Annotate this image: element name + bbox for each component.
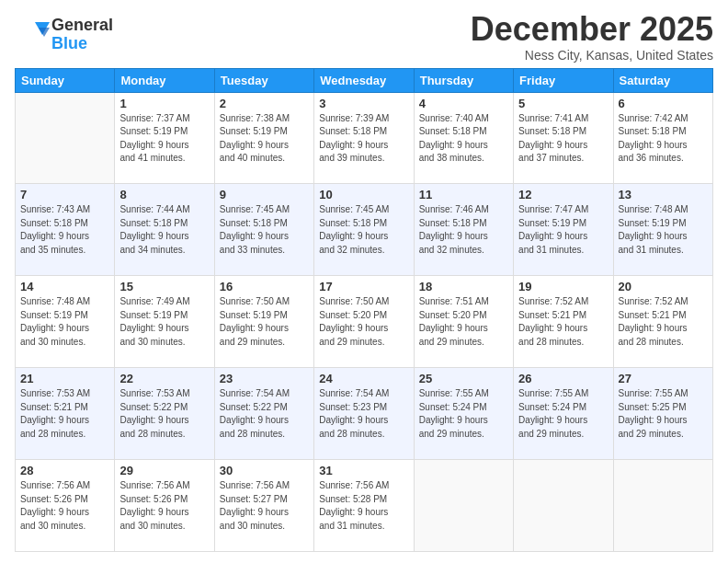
table-row: 23Sunrise: 7:54 AM Sunset: 5:22 PM Dayli… bbox=[214, 368, 313, 460]
day-number: 11 bbox=[419, 188, 508, 201]
calendar-week-row: 21Sunrise: 7:53 AM Sunset: 5:21 PM Dayli… bbox=[16, 368, 713, 460]
day-info: Sunrise: 7:54 AM Sunset: 5:23 PM Dayligh… bbox=[319, 387, 408, 441]
day-info: Sunrise: 7:41 AM Sunset: 5:18 PM Dayligh… bbox=[518, 112, 608, 166]
day-info: Sunrise: 7:45 AM Sunset: 5:18 PM Dayligh… bbox=[220, 203, 309, 257]
table-row: 24Sunrise: 7:54 AM Sunset: 5:23 PM Dayli… bbox=[314, 368, 414, 460]
table-row bbox=[414, 460, 513, 552]
table-row: 31Sunrise: 7:56 AM Sunset: 5:28 PM Dayli… bbox=[314, 460, 414, 552]
table-row: 11Sunrise: 7:46 AM Sunset: 5:18 PM Dayli… bbox=[414, 184, 513, 276]
day-info: Sunrise: 7:42 AM Sunset: 5:18 PM Dayligh… bbox=[619, 112, 708, 166]
day-info: Sunrise: 7:53 AM Sunset: 5:21 PM Dayligh… bbox=[20, 387, 109, 441]
day-number: 6 bbox=[619, 97, 708, 110]
header: General Blue December 2025 Ness City, Ka… bbox=[15, 11, 713, 63]
table-row: 6Sunrise: 7:42 AM Sunset: 5:18 PM Daylig… bbox=[613, 92, 712, 184]
col-saturday: Saturday bbox=[613, 68, 712, 92]
table-row: 3Sunrise: 7:39 AM Sunset: 5:18 PM Daylig… bbox=[314, 92, 414, 184]
day-info: Sunrise: 7:56 AM Sunset: 5:27 PM Dayligh… bbox=[220, 479, 309, 533]
table-row: 12Sunrise: 7:47 AM Sunset: 5:19 PM Dayli… bbox=[514, 184, 613, 276]
svg-marker-1 bbox=[39, 28, 50, 37]
table-row: 10Sunrise: 7:45 AM Sunset: 5:18 PM Dayli… bbox=[314, 184, 414, 276]
calendar-header-row: Sunday Monday Tuesday Wednesday Thursday… bbox=[16, 68, 713, 92]
col-wednesday: Wednesday bbox=[314, 68, 414, 92]
day-info: Sunrise: 7:44 AM Sunset: 5:18 PM Dayligh… bbox=[119, 203, 209, 257]
day-number: 31 bbox=[319, 464, 408, 477]
table-row: 1Sunrise: 7:37 AM Sunset: 5:19 PM Daylig… bbox=[115, 92, 214, 184]
day-number: 2 bbox=[220, 97, 309, 110]
calendar-week-row: 7Sunrise: 7:43 AM Sunset: 5:18 PM Daylig… bbox=[16, 184, 713, 276]
table-row: 26Sunrise: 7:55 AM Sunset: 5:24 PM Dayli… bbox=[514, 368, 613, 460]
day-info: Sunrise: 7:40 AM Sunset: 5:18 PM Dayligh… bbox=[419, 112, 508, 166]
table-row: 5Sunrise: 7:41 AM Sunset: 5:18 PM Daylig… bbox=[514, 92, 613, 184]
table-row: 19Sunrise: 7:52 AM Sunset: 5:21 PM Dayli… bbox=[514, 276, 613, 368]
day-info: Sunrise: 7:47 AM Sunset: 5:19 PM Dayligh… bbox=[518, 203, 608, 257]
col-thursday: Thursday bbox=[414, 68, 513, 92]
logo-icon bbox=[15, 15, 51, 55]
table-row: 18Sunrise: 7:51 AM Sunset: 5:20 PM Dayli… bbox=[414, 276, 513, 368]
day-info: Sunrise: 7:56 AM Sunset: 5:26 PM Dayligh… bbox=[119, 479, 209, 533]
day-number: 30 bbox=[220, 464, 309, 477]
table-row: 25Sunrise: 7:55 AM Sunset: 5:24 PM Dayli… bbox=[414, 368, 513, 460]
day-number: 21 bbox=[20, 372, 109, 385]
day-info: Sunrise: 7:38 AM Sunset: 5:19 PM Dayligh… bbox=[220, 112, 309, 166]
day-info: Sunrise: 7:48 AM Sunset: 5:19 PM Dayligh… bbox=[20, 295, 109, 349]
day-info: Sunrise: 7:53 AM Sunset: 5:22 PM Dayligh… bbox=[119, 387, 209, 441]
day-info: Sunrise: 7:55 AM Sunset: 5:24 PM Dayligh… bbox=[518, 387, 608, 441]
page: General Blue December 2025 Ness City, Ka… bbox=[0, 0, 728, 563]
day-info: Sunrise: 7:50 AM Sunset: 5:20 PM Dayligh… bbox=[319, 295, 408, 349]
day-number: 9 bbox=[220, 188, 309, 201]
table-row: 2Sunrise: 7:38 AM Sunset: 5:19 PM Daylig… bbox=[214, 92, 313, 184]
day-number: 23 bbox=[220, 372, 309, 385]
table-row bbox=[16, 92, 115, 184]
table-row: 22Sunrise: 7:53 AM Sunset: 5:22 PM Dayli… bbox=[115, 368, 214, 460]
day-number: 14 bbox=[20, 280, 109, 293]
logo-text: General Blue bbox=[51, 17, 113, 53]
col-sunday: Sunday bbox=[16, 68, 115, 92]
table-row: 29Sunrise: 7:56 AM Sunset: 5:26 PM Dayli… bbox=[115, 460, 214, 552]
day-info: Sunrise: 7:51 AM Sunset: 5:20 PM Dayligh… bbox=[419, 295, 508, 349]
table-row bbox=[514, 460, 613, 552]
table-row: 16Sunrise: 7:50 AM Sunset: 5:19 PM Dayli… bbox=[214, 276, 313, 368]
day-number: 17 bbox=[319, 280, 408, 293]
day-info: Sunrise: 7:56 AM Sunset: 5:26 PM Dayligh… bbox=[20, 479, 109, 533]
day-number: 28 bbox=[20, 464, 109, 477]
day-number: 10 bbox=[319, 188, 408, 201]
calendar-week-row: 28Sunrise: 7:56 AM Sunset: 5:26 PM Dayli… bbox=[16, 460, 713, 552]
day-number: 25 bbox=[419, 372, 508, 385]
day-info: Sunrise: 7:52 AM Sunset: 5:21 PM Dayligh… bbox=[518, 295, 608, 349]
day-number: 12 bbox=[518, 188, 608, 201]
day-number: 7 bbox=[20, 188, 109, 201]
table-row: 15Sunrise: 7:49 AM Sunset: 5:19 PM Dayli… bbox=[115, 276, 214, 368]
day-info: Sunrise: 7:43 AM Sunset: 5:18 PM Dayligh… bbox=[20, 203, 109, 257]
day-info: Sunrise: 7:56 AM Sunset: 5:28 PM Dayligh… bbox=[319, 479, 408, 533]
calendar-week-row: 14Sunrise: 7:48 AM Sunset: 5:19 PM Dayli… bbox=[16, 276, 713, 368]
table-row: 4Sunrise: 7:40 AM Sunset: 5:18 PM Daylig… bbox=[414, 92, 513, 184]
day-number: 18 bbox=[419, 280, 508, 293]
day-info: Sunrise: 7:49 AM Sunset: 5:19 PM Dayligh… bbox=[119, 295, 209, 349]
day-info: Sunrise: 7:37 AM Sunset: 5:19 PM Dayligh… bbox=[119, 112, 209, 166]
day-info: Sunrise: 7:54 AM Sunset: 5:22 PM Dayligh… bbox=[220, 387, 309, 441]
day-info: Sunrise: 7:39 AM Sunset: 5:18 PM Dayligh… bbox=[319, 112, 408, 166]
day-info: Sunrise: 7:55 AM Sunset: 5:25 PM Dayligh… bbox=[619, 387, 708, 441]
table-row: 9Sunrise: 7:45 AM Sunset: 5:18 PM Daylig… bbox=[214, 184, 313, 276]
day-number: 8 bbox=[119, 188, 209, 201]
day-info: Sunrise: 7:50 AM Sunset: 5:19 PM Dayligh… bbox=[220, 295, 309, 349]
day-number: 5 bbox=[518, 97, 608, 110]
table-row: 14Sunrise: 7:48 AM Sunset: 5:19 PM Dayli… bbox=[16, 276, 115, 368]
title-section: December 2025 Ness City, Kansas, United … bbox=[471, 11, 713, 63]
logo: General Blue bbox=[15, 15, 113, 55]
day-number: 24 bbox=[319, 372, 408, 385]
table-row: 21Sunrise: 7:53 AM Sunset: 5:21 PM Dayli… bbox=[16, 368, 115, 460]
day-info: Sunrise: 7:45 AM Sunset: 5:18 PM Dayligh… bbox=[319, 203, 408, 257]
day-info: Sunrise: 7:46 AM Sunset: 5:18 PM Dayligh… bbox=[419, 203, 508, 257]
logo-blue-label: Blue bbox=[51, 35, 113, 53]
day-number: 29 bbox=[119, 464, 209, 477]
subtitle: Ness City, Kansas, United States bbox=[471, 48, 713, 63]
day-number: 13 bbox=[619, 188, 708, 201]
table-row: 30Sunrise: 7:56 AM Sunset: 5:27 PM Dayli… bbox=[214, 460, 313, 552]
logo-general-label: General bbox=[51, 17, 113, 35]
table-row bbox=[613, 460, 712, 552]
day-number: 3 bbox=[319, 97, 408, 110]
day-info: Sunrise: 7:52 AM Sunset: 5:21 PM Dayligh… bbox=[619, 295, 708, 349]
table-row: 28Sunrise: 7:56 AM Sunset: 5:26 PM Dayli… bbox=[16, 460, 115, 552]
table-row: 13Sunrise: 7:48 AM Sunset: 5:19 PM Dayli… bbox=[613, 184, 712, 276]
